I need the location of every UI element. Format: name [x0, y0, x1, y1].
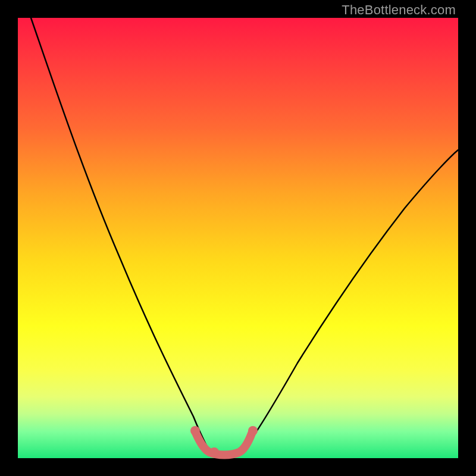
- left-curve: [31, 18, 208, 449]
- watermark-text: TheBottleneck.com: [342, 2, 456, 18]
- flat-segment-right-dot: [248, 426, 258, 436]
- curve-layer: [18, 18, 458, 458]
- chart-frame: TheBottleneck.com: [0, 0, 476, 476]
- flat-segment: [195, 431, 252, 455]
- right-curve: [245, 150, 458, 447]
- flat-segment-mid-dot: [209, 447, 219, 457]
- flat-segment-left-dot: [190, 426, 200, 436]
